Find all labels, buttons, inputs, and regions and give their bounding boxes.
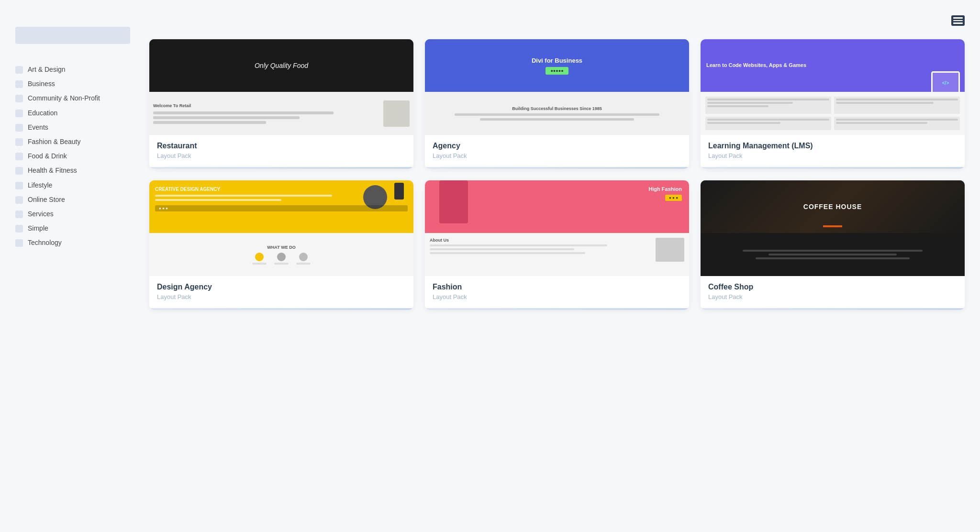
card-preview-top: CREATIVE DESIGN AGENCY ● ● ● — [149, 180, 413, 233]
category-checkbox — [15, 211, 23, 218]
fashion-model-shape — [439, 180, 468, 223]
sidebar-item-education[interactable]: Education — [15, 109, 130, 117]
category-label: Online Store — [28, 195, 65, 204]
card-preview-bottom: WHAT WE DO — [149, 233, 413, 276]
card-preview-top: High Fashion ● ● ● — [425, 180, 689, 233]
category-label: Education — [28, 109, 57, 117]
lms-laptop-icon — [931, 71, 960, 92]
sidebar-item-health-fitness[interactable]: Health & Fitness — [15, 166, 130, 175]
card-name: Fashion — [433, 283, 681, 291]
card-preview-bottom — [701, 233, 965, 276]
category-checkbox — [15, 80, 23, 88]
icon-bar — [953, 22, 963, 24]
card-info: Agency Layout Pack — [425, 135, 689, 167]
view-mode-icon — [951, 15, 965, 26]
card-type: Layout Pack — [157, 293, 406, 300]
card-bottom-bar — [701, 308, 965, 310]
search-input[interactable] — [15, 27, 130, 44]
sidebar-item-community-nonprofit[interactable]: Community & Non-Profit — [15, 94, 130, 102]
category-label: Technology — [28, 238, 62, 247]
card-name: Coffee Shop — [708, 283, 957, 291]
category-checkbox — [15, 225, 23, 233]
card-preview: CREATIVE DESIGN AGENCY ● ● ● WHAT WE DO — [149, 180, 413, 276]
card-preview-top: Learn to Code Websites, Apps & Games — [701, 39, 965, 92]
card-preview-top: COFFEE HOUSE — [701, 180, 965, 233]
card-bottom-bar — [701, 167, 965, 169]
card-info: Learning Management (LMS) Layout Pack — [701, 135, 965, 167]
category-checkbox — [15, 110, 23, 117]
card-info: Coffee Shop Layout Pack — [701, 276, 965, 308]
view-mode-button[interactable] — [947, 15, 965, 26]
main-header — [149, 15, 965, 26]
category-checkbox — [15, 124, 23, 132]
card-preview-top: Only Quality Food — [149, 39, 413, 92]
categories-list: Art & Design Business Community & Non-Pr… — [15, 65, 130, 247]
card-preview-bottom: Building Successful Businesses Since 198… — [425, 92, 689, 135]
main-content: Only Quality Food Welcome To Retail Rest… — [149, 15, 965, 517]
category-label: Events — [28, 123, 48, 132]
category-label: Business — [28, 79, 55, 88]
category-checkbox — [15, 182, 23, 189]
category-checkbox — [15, 95, 23, 102]
layout-card-restaurant[interactable]: Only Quality Food Welcome To Retail Rest… — [149, 39, 413, 169]
category-checkbox — [15, 196, 23, 204]
card-type: Layout Pack — [708, 293, 957, 300]
card-info: Design Agency Layout Pack — [149, 276, 413, 308]
category-label: Health & Fitness — [28, 166, 77, 175]
card-name: Restaurant — [157, 142, 406, 150]
card-bottom-bar — [149, 308, 413, 310]
card-type: Layout Pack — [708, 152, 957, 159]
layout-card-fashion[interactable]: High Fashion ● ● ● About Us Fashion Layo… — [425, 180, 689, 310]
card-name: Design Agency — [157, 283, 406, 291]
category-checkbox — [15, 66, 23, 74]
category-label: Services — [28, 210, 54, 218]
sidebar-item-services[interactable]: Services — [15, 210, 130, 218]
category-label: Community & Non-Profit — [28, 94, 100, 102]
fashion-img-placeholder — [656, 238, 684, 262]
card-bottom-bar — [149, 167, 413, 169]
card-info: Fashion Layout Pack — [425, 276, 689, 308]
layout-card-design-agency[interactable]: CREATIVE DESIGN AGENCY ● ● ● WHAT WE DO — [149, 180, 413, 310]
layout-card-agency[interactable]: Divi for Business ●●●●● Building Success… — [425, 39, 689, 169]
sidebar-item-online-store[interactable]: Online Store — [15, 195, 130, 204]
category-checkbox — [15, 167, 23, 175]
card-preview: Divi for Business ●●●●● Building Success… — [425, 39, 689, 135]
card-type: Layout Pack — [157, 152, 406, 159]
icon-bar — [953, 17, 963, 19]
card-info: Restaurant Layout Pack — [149, 135, 413, 167]
card-type: Layout Pack — [433, 152, 681, 159]
card-type: Layout Pack — [433, 293, 681, 300]
card-preview-bottom — [701, 92, 965, 135]
sidebar-item-events[interactable]: Events — [15, 123, 130, 132]
card-bottom-bar — [425, 167, 689, 169]
category-label: Lifestyle — [28, 181, 52, 189]
card-preview-bottom: Welcome To Retail — [149, 92, 413, 135]
sidebar-item-food-drink[interactable]: Food & Drink — [15, 152, 130, 160]
card-preview: High Fashion ● ● ● About Us — [425, 180, 689, 276]
category-checkbox — [15, 239, 23, 247]
sidebar: Art & Design Business Community & Non-Pr… — [15, 15, 130, 517]
sidebar-item-fashion-beauty[interactable]: Fashion & Beauty — [15, 137, 130, 146]
sidebar-item-simple[interactable]: Simple — [15, 224, 130, 233]
sidebar-item-lifestyle[interactable]: Lifestyle — [15, 181, 130, 189]
category-checkbox — [15, 153, 23, 160]
layout-card-coffee-shop[interactable]: COFFEE HOUSE Coffee Shop Layout Pack — [701, 180, 965, 310]
icon-bar — [953, 20, 963, 22]
sidebar-item-art-design[interactable]: Art & Design — [15, 65, 130, 74]
card-preview: Learn to Code Websites, Apps & Games — [701, 39, 965, 135]
layout-grid: Only Quality Food Welcome To Retail Rest… — [149, 39, 965, 310]
card-name: Agency — [433, 142, 681, 150]
card-name: Learning Management (LMS) — [708, 142, 957, 150]
layout-card-lms[interactable]: Learn to Code Websites, Apps & Games — [701, 39, 965, 169]
category-label: Simple — [28, 224, 48, 233]
card-preview: COFFEE HOUSE — [701, 180, 965, 276]
sidebar-item-business[interactable]: Business — [15, 79, 130, 88]
category-label: Art & Design — [28, 65, 66, 74]
card-preview: Only Quality Food Welcome To Retail — [149, 39, 413, 135]
category-checkbox — [15, 138, 23, 146]
sidebar-item-technology[interactable]: Technology — [15, 238, 130, 247]
card-bottom-bar — [425, 308, 689, 310]
category-label: Fashion & Beauty — [28, 137, 81, 146]
category-label: Food & Drink — [28, 152, 67, 160]
card-preview-bottom: About Us — [425, 233, 689, 276]
